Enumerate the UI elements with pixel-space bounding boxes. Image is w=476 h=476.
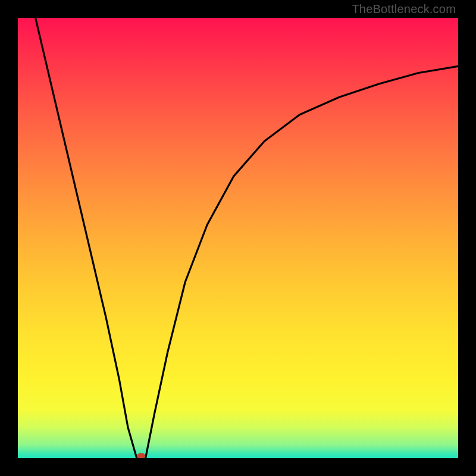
series-right-curve bbox=[146, 66, 458, 458]
chart-lines bbox=[18, 18, 458, 458]
chart-frame: TheBottleneck.com bbox=[0, 0, 476, 476]
valley-marker bbox=[137, 453, 145, 458]
watermark-text: TheBottleneck.com bbox=[352, 2, 456, 16]
plot-area bbox=[18, 18, 458, 458]
series-left-descent bbox=[36, 18, 137, 458]
